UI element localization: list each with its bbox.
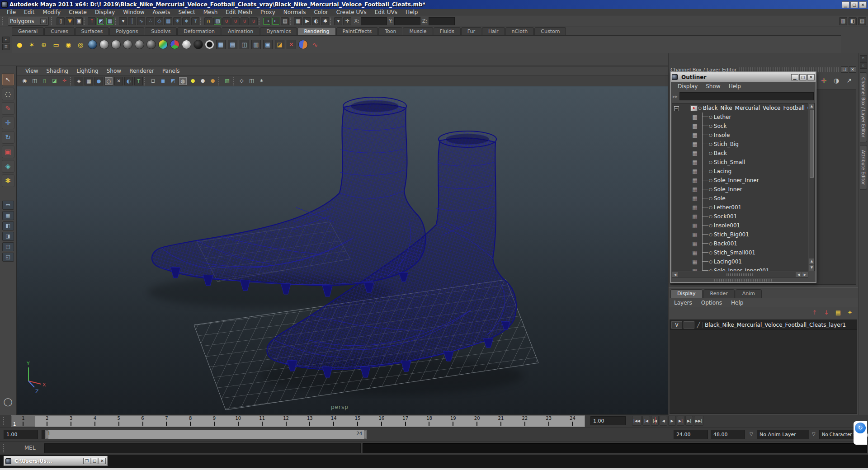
wireframe-boot-front[interactable]: [152, 97, 425, 296]
lambert-sphere-icon[interactable]: [123, 40, 132, 49]
soft-mod-tool-icon[interactable]: ✱: [2, 174, 14, 187]
shelf-tab[interactable]: Rendering: [297, 27, 335, 35]
node-name[interactable]: Black_Nike_Mercurial_Veloce_Football_Cle…: [703, 105, 808, 111]
scroll-right-icon[interactable]: ▶: [802, 272, 808, 277]
menu-item[interactable]: Assets: [149, 9, 175, 15]
move-layer-down-icon[interactable]: ↓: [822, 308, 831, 317]
layer-editor-tab[interactable]: Render: [703, 289, 735, 298]
range-slider-bar[interactable]: 1 24: [45, 430, 367, 439]
menu-item[interactable]: Display: [91, 9, 119, 15]
node-name[interactable]: Sole_Inner_Inner: [714, 177, 759, 183]
shelf-tab[interactable]: Dynamics: [260, 27, 297, 35]
move-manipulator-icon[interactable]: ✛: [819, 76, 828, 85]
separator-grip[interactable]: [3, 444, 6, 452]
close-button[interactable]: ✕: [807, 74, 815, 80]
phong-e-sphere-icon[interactable]: [146, 40, 156, 49]
lock-icon[interactable]: ∩: [204, 17, 212, 25]
outliner-child-row[interactable]: ▦ ○ Sole_Inner: [672, 185, 808, 194]
ipr-render-icon[interactable]: ▣: [263, 40, 273, 49]
yellow-sphere-icon[interactable]: ●: [189, 77, 197, 85]
separator-grip[interactable]: [144, 77, 147, 85]
save-scene-icon[interactable]: ▣: [75, 17, 83, 25]
node-name[interactable]: Sole_Inner_Inner001: [714, 268, 769, 271]
separator-grip[interactable]: [84, 18, 87, 25]
viewport-menu-item[interactable]: Show: [103, 68, 125, 74]
layer-editor-tab[interactable]: Anim: [736, 289, 762, 298]
area-light-icon[interactable]: ▭: [51, 40, 61, 50]
soft-select-icon[interactable]: ∗: [182, 17, 190, 25]
paint-select-tool-icon[interactable]: ✎: [2, 102, 14, 115]
current-time-field[interactable]: 1.00: [590, 416, 626, 425]
scrollbar-thumb[interactable]: [810, 110, 814, 178]
scroll-down-icon[interactable]: ▼: [809, 265, 814, 271]
separator-grip[interactable]: [51, 17, 54, 25]
timeline-frame[interactable]: 1313: [298, 416, 322, 427]
shelf-tab[interactable]: Deformation: [177, 27, 221, 35]
timeline-frame[interactable]: 2121: [489, 416, 513, 427]
snap-to-planes-icon[interactable]: ◇: [155, 17, 163, 25]
menu-item[interactable]: Color: [310, 9, 332, 15]
viewport-menu-item[interactable]: Shading: [42, 68, 72, 74]
paint-effects-icon[interactable]: ∿: [310, 40, 320, 50]
timeline-frame[interactable]: 1111: [250, 416, 274, 427]
float-panel-button[interactable]: ❐: [841, 66, 848, 73]
wireframe-mode-icon[interactable]: ◈: [75, 77, 83, 85]
lasso-select-tool-icon[interactable]: ◌: [2, 88, 14, 100]
layer-menu-item[interactable]: Layers: [670, 300, 696, 306]
timeline-frame[interactable]: 22: [35, 416, 59, 427]
anim-layer-selector[interactable]: No Anim Layer: [757, 430, 809, 439]
separator-grip[interactable]: [290, 18, 293, 25]
help-mode-icon[interactable]: ?: [191, 17, 199, 25]
timeline-frame[interactable]: 88: [179, 416, 203, 427]
node-name[interactable]: Lacing: [714, 168, 731, 174]
separator-grip[interactable]: [115, 18, 118, 25]
no-lights-icon[interactable]: ✕: [114, 77, 123, 85]
step-forward-frame-button[interactable]: ▶|: [685, 416, 693, 426]
timeline-frame[interactable]: 1010: [226, 416, 250, 427]
coordinate-input[interactable]: [394, 17, 420, 25]
spot-light-icon[interactable]: ✶: [27, 40, 37, 50]
persp-graph-layout-button[interactable]: ◨: [2, 232, 14, 241]
command-line-input[interactable]: [44, 443, 361, 453]
shelf-tab[interactable]: Fluids: [434, 27, 461, 35]
layer-playback-toggle[interactable]: [684, 321, 694, 329]
scrollbar-grip[interactable]: [726, 273, 754, 276]
scroll-up-icon[interactable]: ▲: [809, 258, 814, 264]
remote-access-badge[interactable]: ↻: [854, 421, 867, 445]
timeline-frame[interactable]: 1616: [369, 416, 393, 427]
ramp-shader-icon[interactable]: [158, 40, 168, 49]
quick-selection-icon[interactable]: ▾: [334, 17, 342, 25]
playback-end-field[interactable]: 24.00: [674, 430, 708, 439]
timeline-frame[interactable]: 2222: [513, 416, 537, 427]
viewport-3d-canvas[interactable]: Y X Z persp: [17, 86, 668, 414]
construction-history-icon[interactable]: ▤: [281, 17, 289, 25]
open-scene-icon[interactable]: ▼: [66, 17, 74, 25]
node-name[interactable]: Back001: [714, 240, 737, 247]
point-light-icon[interactable]: ●: [14, 40, 24, 50]
shelf-tab[interactable]: Curves: [44, 27, 74, 35]
directional-light-icon[interactable]: ⊕: [39, 40, 49, 50]
separator-grip[interactable]: [200, 18, 203, 25]
bronze-sphere-icon[interactable]: ●: [208, 77, 217, 85]
rotate-tool-icon[interactable]: ↻: [2, 131, 14, 144]
go-to-end-button[interactable]: ▶▶|: [694, 416, 703, 426]
use-default-material-icon[interactable]: ◍: [179, 77, 187, 85]
gray-sphere-icon[interactable]: ●: [198, 77, 207, 85]
snap-magnet-icon[interactable]: ∪: [222, 17, 231, 25]
snap-to-grids-icon[interactable]: ┼: [128, 17, 136, 25]
separator-grip[interactable]: [2, 17, 5, 25]
node-name[interactable]: Insole001: [714, 222, 740, 229]
coordinate-input[interactable]: [361, 17, 387, 25]
timeline-frame[interactable]: 1212: [274, 416, 298, 427]
black-hole-icon[interactable]: [193, 40, 203, 49]
viewport-menu-item[interactable]: Panels: [158, 68, 184, 74]
close-button[interactable]: ✕: [859, 1, 867, 8]
node-name[interactable]: Stich_Small001: [714, 249, 755, 256]
minimize-button[interactable]: ▁: [842, 1, 849, 8]
outliner-horizontal-scrollbar[interactable]: ◀ ◀ ▶: [672, 272, 808, 277]
node-name[interactable]: Back: [714, 150, 727, 156]
four-pane-layout-button[interactable]: ▦: [2, 211, 14, 220]
hypershade-persp-layout-button[interactable]: ◰: [2, 242, 14, 251]
outliner-child-row[interactable]: ▦ ○ Insole: [672, 131, 808, 140]
separator-grip[interactable]: [218, 77, 222, 85]
